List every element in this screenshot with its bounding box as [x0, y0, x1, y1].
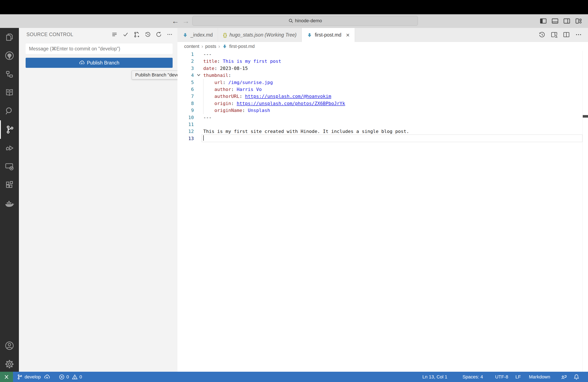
- code-line: ---: [203, 114, 582, 121]
- view-as-list-icon[interactable]: [111, 31, 118, 38]
- activity-docs[interactable]: [0, 83, 19, 102]
- code-line: This is my first site created with Hinod…: [203, 128, 582, 135]
- error-count: 0: [66, 374, 69, 380]
- timeline-icon[interactable]: [538, 31, 546, 38]
- branch-name: develop: [24, 374, 41, 380]
- code-line: originName: Unsplash: [203, 107, 582, 114]
- layout-controls: [540, 18, 582, 24]
- nav-back-button[interactable]: ←: [172, 16, 179, 26]
- cursor-position-status[interactable]: Ln 13, Col 1: [422, 372, 447, 382]
- overview-ruler[interactable]: [583, 51, 583, 372]
- breadcrumb-item-posts[interactable]: posts: [205, 44, 216, 49]
- json-file-icon: {}: [223, 32, 227, 38]
- code-line: ---: [203, 51, 582, 58]
- nav-forward-button[interactable]: →: [182, 16, 189, 26]
- activity-explorer[interactable]: [0, 28, 19, 46]
- activity-account[interactable]: [0, 337, 19, 355]
- line-number: 11: [177, 121, 194, 128]
- line-number: 2: [177, 58, 194, 65]
- source-control-actions: [111, 31, 173, 38]
- toggle-sidebar-icon[interactable]: [540, 18, 547, 24]
- error-icon: [59, 374, 65, 380]
- problems-status[interactable]: 0 0: [59, 372, 82, 382]
- publish-branch-button[interactable]: Publish Branch: [26, 58, 173, 68]
- warning-count: 0: [79, 374, 82, 380]
- activity-bar: [0, 28, 19, 372]
- markdown-file-icon: [183, 32, 188, 38]
- branch-status[interactable]: develop: [17, 372, 50, 382]
- notifications-button[interactable]: [573, 372, 580, 382]
- feedback-button[interactable]: [561, 372, 567, 382]
- markdown-file-icon: [222, 44, 227, 49]
- encoding-status[interactable]: UTF-8: [495, 372, 508, 382]
- code-line: authorURL: https://unsplash.com/@hoanvok…: [203, 93, 582, 100]
- book-icon: [5, 88, 14, 97]
- split-editor-icon[interactable]: [563, 31, 570, 38]
- open-preview-icon[interactable]: [551, 31, 558, 38]
- chevron-right-icon: ›: [218, 43, 220, 49]
- feedback-icon: [561, 374, 567, 380]
- code-line: [203, 121, 582, 128]
- tab-hugo-stats-json[interactable]: {} hugo_stats.json (Working Tree): [218, 28, 302, 42]
- panel-title: SOURCE CONTROL: [26, 32, 73, 37]
- more-actions-icon[interactable]: [167, 31, 173, 38]
- editor-tab-bar: _index.md {} hugo_stats.json (Working Tr…: [177, 28, 588, 42]
- account-icon: [5, 341, 14, 351]
- editor-pane[interactable]: 1 2 3 4 5 6 7 8 9 10 11 12 13 --- title:…: [177, 51, 588, 372]
- code-line: date: 2023-08-15: [203, 65, 582, 72]
- breadcrumb-item-content[interactable]: content: [184, 44, 199, 49]
- create-branch-icon[interactable]: [133, 31, 140, 38]
- activity-source-control[interactable]: [0, 120, 20, 139]
- text-cursor: [203, 135, 204, 141]
- line-number: 10: [177, 114, 194, 121]
- search-icon: [5, 106, 14, 116]
- activity-settings[interactable]: [0, 355, 19, 373]
- history-icon[interactable]: [145, 31, 151, 38]
- search-value: hinode-demo: [295, 18, 322, 23]
- customize-layout-icon[interactable]: [575, 18, 582, 24]
- activity-hierarchy[interactable]: [0, 65, 19, 83]
- toggle-secondary-sidebar-icon[interactable]: [563, 18, 570, 24]
- activity-run-debug[interactable]: [0, 139, 19, 157]
- bell-icon: [573, 374, 580, 380]
- files-icon: [5, 33, 14, 42]
- git-branch-icon: [17, 374, 23, 380]
- commit-message-input[interactable]: Message (⌘Enter to commit on "develop"): [26, 43, 173, 54]
- activity-github[interactable]: [0, 46, 19, 65]
- line-number: 3: [177, 65, 194, 72]
- hierarchy-icon: [5, 70, 14, 79]
- status-bar: develop 0 0 Ln 13, Col 1 Spaces: 4 UTF-8…: [0, 372, 588, 382]
- link[interactable]: https://unsplash.com/@hoanvokim: [245, 94, 331, 99]
- activity-extensions[interactable]: [0, 176, 19, 194]
- extensions-icon: [5, 181, 14, 190]
- title-bar: ← → hinode-demo: [0, 14, 588, 28]
- activity-search[interactable]: [0, 102, 19, 120]
- publish-cloud-icon: [44, 374, 50, 380]
- tab-index-md[interactable]: _index.md: [177, 28, 218, 42]
- line-number: 7: [177, 93, 194, 100]
- command-center-search[interactable]: hinode-demo: [192, 16, 418, 26]
- line-number: 1: [177, 51, 194, 58]
- activity-remote-explorer[interactable]: [0, 157, 19, 176]
- overview-ruler-cursor-mark: [583, 115, 588, 118]
- more-actions-icon[interactable]: [575, 31, 582, 38]
- indentation-status[interactable]: Spaces: 4: [462, 372, 483, 382]
- toggle-panel-icon[interactable]: [551, 18, 559, 24]
- code-line: url: /img/sunrise.jpg: [203, 79, 582, 86]
- language-mode-status[interactable]: Markdown: [529, 372, 550, 382]
- refresh-icon[interactable]: [156, 31, 162, 38]
- cloud-upload-icon: [79, 60, 85, 66]
- link[interactable]: https://unsplash.com/photos/ZX6BPboJrYk: [237, 101, 345, 106]
- remote-indicator[interactable]: [0, 372, 13, 382]
- line-number: 5: [177, 79, 194, 86]
- remote-icon: [3, 374, 10, 380]
- breadcrumb-item-file[interactable]: first-post.md: [229, 44, 255, 49]
- tab-first-post-md[interactable]: first-post.md ×: [302, 28, 355, 42]
- close-tab-icon[interactable]: ×: [346, 32, 350, 38]
- line-number: 6: [177, 86, 194, 93]
- activity-docker[interactable]: [0, 194, 19, 213]
- commit-check-icon[interactable]: [123, 31, 129, 38]
- eol-status[interactable]: LF: [515, 372, 521, 382]
- debug-icon: [5, 143, 14, 153]
- fold-chevron-icon[interactable]: [195, 72, 202, 78]
